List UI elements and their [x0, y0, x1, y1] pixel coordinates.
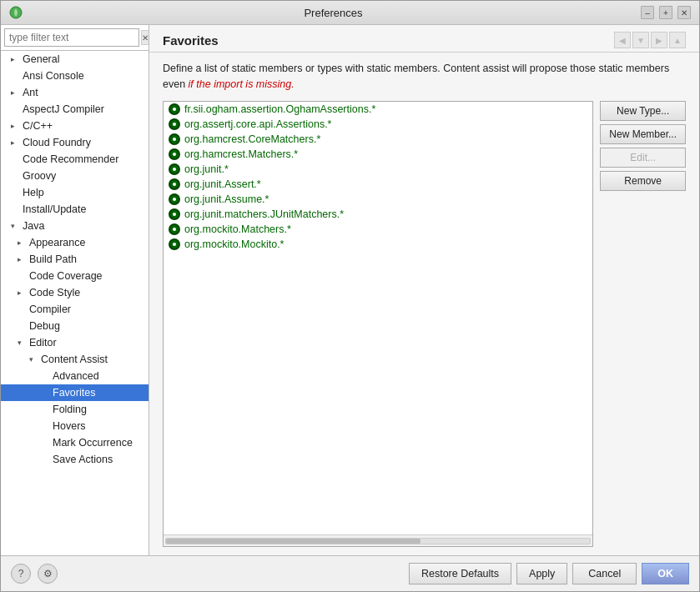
type-icon — [169, 118, 180, 130]
favorites-list-container: fr.sii.ogham.assertion.OghamAssertions.*… — [163, 101, 593, 548]
help-button[interactable]: ? — [11, 564, 31, 584]
expand-arrow — [11, 222, 19, 230]
close-button[interactable]: ✕ — [677, 6, 691, 19]
nav-forward-button[interactable]: ▶ — [651, 32, 667, 48]
expand-arrow — [18, 339, 26, 347]
type-icon — [169, 208, 180, 220]
list-item[interactable]: org.junit.Assert.* — [164, 177, 592, 192]
sidebar-item-label: Compiler — [29, 304, 71, 315]
sidebar-item-label: Favorites — [53, 387, 95, 399]
sidebar-item-hovers[interactable]: Hovers — [1, 418, 149, 434]
expand-arrow — [29, 355, 38, 364]
sidebar-item-general[interactable]: General — [1, 51, 149, 68]
apply-button[interactable]: Apply — [516, 563, 567, 584]
right-panel: Favorites ◀ ▼ ▶ ▲ Define a list of stati… — [149, 25, 699, 555]
sidebar-item-label: C/C++ — [23, 120, 53, 132]
list-item[interactable]: org.hamcrest.CoreMatchers.* — [164, 132, 592, 147]
sidebar-item-aspectj[interactable]: AspectJ Compiler — [1, 101, 149, 118]
sidebar-item-favorites[interactable]: Favorites — [1, 384, 149, 401]
list-item[interactable]: org.mockito.Mockito.* — [164, 237, 592, 252]
sidebar-item-ant[interactable]: Ant — [1, 84, 149, 101]
new-member-button[interactable]: New Member... — [600, 124, 686, 144]
sidebar-item-cloud-foundry[interactable]: Cloud Foundry — [1, 134, 149, 151]
dialog-title: Preferences — [26, 7, 641, 19]
sidebar-item-label: Groovy — [23, 170, 56, 182]
panel-title: Favorites — [163, 33, 219, 48]
sidebar-item-help[interactable]: Help — [1, 184, 149, 201]
sidebar-item-label: Folding — [53, 404, 87, 415]
app-logo-icon — [9, 6, 23, 19]
type-icon — [169, 103, 180, 115]
sidebar-item-appearance[interactable]: Appearance — [1, 234, 149, 251]
sidebar-item-label: Hovers — [53, 420, 86, 432]
sidebar-item-java[interactable]: Java — [1, 218, 149, 234]
minimize-button[interactable]: – — [641, 6, 654, 19]
list-item[interactable]: org.assertj.core.api.Assertions.* — [164, 117, 592, 132]
main-content: ✕ General Ansi Console Ant Asp — [1, 25, 699, 555]
nav-up-button[interactable]: ▲ — [669, 32, 686, 48]
sidebar-item-label: Build Path — [29, 253, 77, 265]
description-text: Define a list of static members or types… — [163, 61, 686, 93]
expand-arrow — [11, 88, 19, 97]
ok-button[interactable]: OK — [642, 563, 689, 584]
sidebar-item-label: Cloud Foundry — [23, 137, 91, 148]
sidebar-item-label: Editor — [29, 337, 57, 349]
sidebar-item-label: Install/Update — [23, 203, 86, 215]
sidebar-item-ansi-console[interactable]: Ansi Console — [1, 68, 149, 84]
sidebar-item-install-update[interactable]: Install/Update — [1, 201, 149, 218]
sidebar-item-label: Java — [23, 220, 44, 232]
new-type-button[interactable]: New Type... — [600, 101, 686, 121]
maximize-button[interactable]: + — [659, 6, 672, 19]
list-item[interactable]: org.junit.* — [164, 162, 592, 177]
search-input[interactable] — [4, 28, 139, 47]
sidebar-item-cpp[interactable]: C/C++ — [1, 118, 149, 134]
sidebar-item-code-coverage[interactable]: Code Coverage — [1, 268, 149, 284]
sidebar-item-build-path[interactable]: Build Path — [1, 251, 149, 268]
list-item-text: fr.sii.ogham.assertion.OghamAssertions.* — [184, 103, 375, 115]
expand-arrow — [11, 138, 19, 147]
type-icon — [169, 178, 180, 190]
expand-arrow — [18, 238, 26, 247]
expand-arrow — [11, 55, 19, 63]
preferences-dialog: Preferences – + ✕ ✕ General Ansi Con — [0, 0, 700, 592]
restore-defaults-button[interactable]: Restore Defaults — [409, 563, 511, 584]
right-body: Define a list of static members or types… — [149, 53, 699, 555]
sidebar-item-debug[interactable]: Debug — [1, 318, 149, 334]
list-item[interactable]: org.hamcrest.Matchers.* — [164, 147, 592, 162]
sidebar-item-groovy[interactable]: Groovy — [1, 168, 149, 184]
settings-button[interactable]: ⚙ — [38, 564, 58, 584]
sidebar-item-code-style[interactable]: Code Style — [1, 284, 149, 301]
list-item[interactable]: org.junit.matchers.JUnitMatchers.* — [164, 207, 592, 222]
sidebar-item-content-assist[interactable]: Content Assist — [1, 351, 149, 368]
right-header: Favorites ◀ ▼ ▶ ▲ — [149, 25, 699, 53]
list-item-text: org.junit.* — [184, 163, 229, 175]
cancel-button[interactable]: Cancel — [572, 563, 637, 584]
horizontal-scrollbar[interactable] — [164, 534, 592, 546]
sidebar-item-mark-occurrence[interactable]: Mark Occurrence — [1, 434, 149, 451]
type-icon — [169, 193, 180, 205]
sidebar-item-label: Ant — [23, 87, 38, 98]
sidebar-item-label: Content Assist — [41, 354, 108, 365]
sidebar-item-code-recommender[interactable]: Code Recommender — [1, 151, 149, 168]
sidebar-item-compiler[interactable]: Compiler — [1, 301, 149, 318]
bottom-bar: ? ⚙ Restore Defaults Apply Cancel OK — [1, 555, 699, 591]
list-item[interactable]: org.mockito.Matchers.* — [164, 222, 592, 237]
tree-list: General Ansi Console Ant AspectJ Compile… — [1, 51, 149, 555]
expand-arrow — [11, 122, 19, 130]
type-icon — [169, 133, 180, 145]
sidebar-item-folding[interactable]: Folding — [1, 401, 149, 418]
remove-button[interactable]: Remove — [600, 171, 686, 191]
nav-back-button[interactable]: ◀ — [614, 32, 631, 48]
sidebar-item-save-actions[interactable]: Save Actions — [1, 451, 149, 468]
favorites-list[interactable]: fr.sii.ogham.assertion.OghamAssertions.*… — [164, 102, 592, 535]
sidebar-item-label: Code Style — [29, 287, 80, 299]
sidebar-item-editor[interactable]: Editor — [1, 334, 149, 351]
list-item[interactable]: org.junit.Assume.* — [164, 192, 592, 207]
nav-arrows: ◀ ▼ ▶ ▲ — [614, 32, 686, 48]
sidebar-item-advanced[interactable]: Advanced — [1, 368, 149, 384]
search-clear-button[interactable]: ✕ — [141, 30, 149, 45]
nav-down-button[interactable]: ▼ — [632, 32, 649, 48]
list-item[interactable]: fr.sii.ogham.assertion.OghamAssertions.* — [164, 102, 592, 117]
edit-button[interactable]: Edit... — [600, 148, 686, 168]
list-item-text: org.junit.Assume.* — [184, 193, 269, 205]
